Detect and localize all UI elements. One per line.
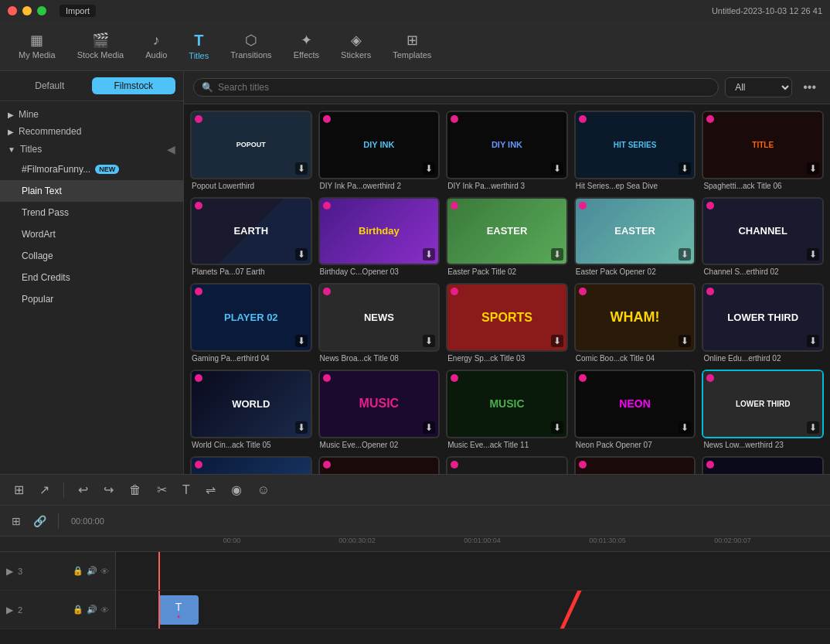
grid-item-5[interactable]: TITLE ⬇ Spaghetti...ack Title 06 <box>702 111 824 191</box>
nav-templates[interactable]: ⊞ Templates <box>382 29 442 64</box>
grid-item-15[interactable]: LOWER THIRD ⬇ Online Edu...erthird 02 <box>702 283 824 363</box>
grid-item-7[interactable]: Birthday ⬇ Birthday C...Opener 03 <box>318 197 441 278</box>
thumb-download-15[interactable]: ⬇ <box>807 335 819 347</box>
thumb-22[interactable]: BRUSHTITLE ⬇ <box>318 456 441 474</box>
nav-transitions[interactable]: ⬡ Transitions <box>219 29 282 64</box>
nav-titles[interactable]: T Titles <box>178 28 219 65</box>
filter-select[interactable]: All Free Premium <box>725 77 792 97</box>
grid-item-18[interactable]: MUSIC ⬇ Music Eve...ack Title 11 <box>446 370 568 450</box>
thumb-9[interactable]: EASTER ⬇ <box>574 197 696 266</box>
thumb-download-4[interactable]: ⬇ <box>679 162 691 175</box>
grid-item-3[interactable]: DIY INK ⬇ DIY Ink Pa...werthird 3 <box>446 111 568 191</box>
thumb-download-19[interactable]: ⬇ <box>679 421 691 434</box>
delete-btn[interactable]: 🗑 <box>124 480 146 500</box>
thumb-download-6[interactable]: ⬇ <box>295 248 308 261</box>
sidebar-item-plain-text[interactable]: Plain Text <box>0 180 183 202</box>
thumb-10[interactable]: CHANNEL ⬇ <box>702 197 824 266</box>
thumb-download-5[interactable]: ⬇ <box>807 162 819 175</box>
thumb-download-17[interactable]: ⬇ <box>423 421 435 434</box>
grid-item-6[interactable]: EARTH ⬇ Planets Pa...07 Earth <box>190 197 312 278</box>
sidebar-item-end-credits[interactable]: End Credits <box>0 267 183 288</box>
thumb-14[interactable]: WHAM! ⬇ <box>574 283 696 352</box>
lock-btn-v3[interactable]: 🔒 <box>73 566 83 576</box>
swap-btn[interactable]: ⇌ <box>201 479 220 500</box>
more-options-button[interactable]: ••• <box>798 79 821 96</box>
grid-item-24[interactable]: COOKING ⬇ Cooking T...rial Title 04 <box>574 456 696 474</box>
grid-item-11[interactable]: PLAYER 02 ⬇ Gaming Pa...erthird 04 <box>190 283 312 363</box>
thumb-download-7[interactable]: ⬇ <box>423 248 435 261</box>
grid-item-23[interactable]: @YT ⬇ YouTube P...werthird 17 <box>446 456 568 474</box>
minimize-button[interactable] <box>22 6 32 15</box>
thumb-5[interactable]: TITLE ⬇ <box>702 111 824 179</box>
grid-item-13[interactable]: SPORTS ⬇ Energy Sp...ck Title 03 <box>446 283 568 363</box>
thumb-download-10[interactable]: ⬇ <box>807 248 819 261</box>
search-input[interactable] <box>218 82 710 93</box>
timeline-link-btn[interactable]: 🔗 <box>29 513 50 530</box>
close-button[interactable] <box>8 6 17 15</box>
thumb-16[interactable]: WORLD ⬇ <box>190 370 312 438</box>
sidebar-item-wordart[interactable]: WordArt <box>0 223 183 245</box>
grid-item-16[interactable]: WORLD ⬇ World Cin...ack Title 05 <box>190 370 312 450</box>
thumb-download-9[interactable]: ⬇ <box>679 248 691 261</box>
grid-item-22[interactable]: BRUSHTITLE ⬇ Big Title Pack Title 18 <box>318 456 441 474</box>
sidebar-tab-default[interactable]: Default <box>8 77 92 94</box>
thumb-11[interactable]: PLAYER 02 ⬇ <box>190 283 312 352</box>
scene-btn[interactable]: ⊞ <box>9 479 29 500</box>
undo-btn[interactable]: ↩ <box>73 479 93 500</box>
maximize-button[interactable] <box>37 6 46 15</box>
thumb-download-13[interactable]: ⬇ <box>551 335 563 347</box>
thumb-23[interactable]: @YT ⬇ <box>446 456 568 474</box>
thumb-13[interactable]: SPORTS ⬇ <box>446 283 568 352</box>
sidebar-group-mine[interactable]: ▶ Mine <box>0 106 183 123</box>
thumb-3[interactable]: DIY INK ⬇ <box>446 111 568 179</box>
thumb-download-14[interactable]: ⬇ <box>679 335 691 347</box>
mute-btn-v2[interactable]: 🔊 <box>87 605 97 615</box>
thumb-20[interactable]: LOWER THIRD ⬇ <box>702 370 824 438</box>
text-btn[interactable]: T <box>178 480 195 500</box>
cut-btn[interactable]: ✂ <box>152 479 172 500</box>
grid-item-25[interactable]: @YourUsername ⬇ Tiktok Stic...ck Title 1… <box>702 456 824 474</box>
title-block[interactable]: T ♦ <box>158 595 199 625</box>
search-box[interactable]: 🔍 <box>193 78 719 97</box>
timeline-snap-btn[interactable]: ⊞ <box>8 513 25 530</box>
import-button[interactable]: Import <box>60 5 96 17</box>
thumb-8[interactable]: EASTER ⬇ <box>446 197 568 266</box>
mute-btn-v3[interactable]: 🔊 <box>87 566 97 576</box>
grid-item-2[interactable]: DIY INK ⬇ DIY Ink Pa...owerthird 2 <box>318 111 441 191</box>
thumb-1[interactable]: POPOUT ⬇ <box>190 111 312 179</box>
visibility-btn-v2[interactable]: 👁 <box>100 605 109 615</box>
nav-audio[interactable]: ♪ Audio <box>134 29 178 64</box>
thumb-download-3[interactable]: ⬇ <box>551 162 563 175</box>
grid-item-8[interactable]: EASTER ⬇ Easter Pack Title 02 <box>446 197 568 278</box>
grid-item-1[interactable]: POPOUT ⬇ Popout Lowerthird <box>190 111 312 191</box>
grid-item-17[interactable]: MUSIC ⬇ Music Eve...Opener 02 <box>318 370 441 450</box>
nav-effects[interactable]: ✦ Effects <box>283 29 330 64</box>
sidebar-group-recommended[interactable]: ▶ Recommended <box>0 123 183 140</box>
nav-stock-media[interactable]: 🎬 Stock Media <box>66 29 135 64</box>
thumb-21[interactable]: TITLE ⬇ <box>190 456 312 474</box>
thumb-12[interactable]: NEWS ⬇ <box>318 283 441 352</box>
emoji-btn[interactable]: ☺ <box>253 480 274 500</box>
grid-item-4[interactable]: HIT SERIES ⬇ Hit Series...ep Sea Dive <box>574 111 696 191</box>
thumb-download-8[interactable]: ⬇ <box>551 248 563 261</box>
thumb-download-12[interactable]: ⬇ <box>423 335 435 347</box>
thumb-4[interactable]: HIT SERIES ⬇ <box>574 111 696 179</box>
redo-btn[interactable]: ↪ <box>99 479 118 500</box>
thumb-24[interactable]: COOKING ⬇ <box>574 456 696 474</box>
thumb-download-1[interactable]: ⬇ <box>295 162 308 175</box>
grid-item-20[interactable]: LOWER THIRD ⬇ News Low...werthird 23 <box>702 370 824 450</box>
thumb-18[interactable]: MUSIC ⬇ <box>446 370 568 438</box>
thumb-download-2[interactable]: ⬇ <box>423 162 435 175</box>
thumb-25[interactable]: @YourUsername ⬇ <box>702 456 824 474</box>
sidebar-item-collage[interactable]: Collage <box>0 245 183 267</box>
sidebar-item-trend-pass[interactable]: Trend Pass <box>0 202 183 223</box>
sidebar-group-titles[interactable]: ▼ Titles ◀ <box>0 140 183 158</box>
thumb-15[interactable]: LOWER THIRD ⬇ <box>702 283 824 352</box>
grid-item-21[interactable]: TITLE ⬇ Big Title Pack Title 14 <box>190 456 312 474</box>
nav-my-media[interactable]: ▦ My Media <box>8 29 66 64</box>
thumb-download-20[interactable]: ⬇ <box>807 421 819 434</box>
nav-stickers[interactable]: ◈ Stickers <box>330 29 382 64</box>
grid-item-9[interactable]: EASTER ⬇ Easter Pack Opener 02 <box>574 197 696 278</box>
grid-item-12[interactable]: NEWS ⬇ News Broa...ck Title 08 <box>318 283 441 363</box>
sidebar-item-filmora-funny[interactable]: #FilmoraFunny... NEW <box>0 158 183 180</box>
